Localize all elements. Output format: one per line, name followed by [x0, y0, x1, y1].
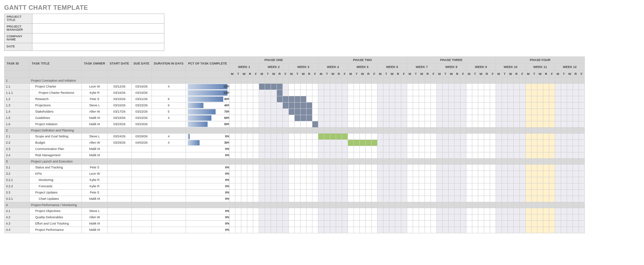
- timeline-cell[interactable]: [519, 214, 525, 220]
- timeline-cell[interactable]: [561, 164, 567, 171]
- timeline-cell[interactable]: [407, 202, 413, 208]
- timeline-cell[interactable]: [466, 177, 472, 183]
- timeline-cell[interactable]: [253, 202, 259, 208]
- timeline-cell[interactable]: [377, 108, 383, 115]
- timeline-cell[interactable]: [259, 139, 265, 146]
- timeline-cell[interactable]: [348, 196, 354, 202]
- timeline-cell[interactable]: [454, 152, 460, 158]
- timeline-cell[interactable]: [555, 102, 561, 108]
- timeline-cell[interactable]: [371, 90, 377, 96]
- timeline-cell[interactable]: [525, 121, 531, 127]
- timeline-cell[interactable]: [425, 102, 430, 108]
- timeline-cell[interactable]: [288, 177, 294, 183]
- start-date-cell[interactable]: [107, 202, 131, 208]
- timeline-cell[interactable]: [383, 133, 389, 139]
- task-owner-cell[interactable]: Malik M: [82, 220, 108, 227]
- timeline-cell[interactable]: [561, 171, 567, 177]
- timeline-cell[interactable]: [460, 189, 466, 196]
- timeline-cell[interactable]: [306, 121, 312, 127]
- timeline-cell[interactable]: [401, 139, 407, 146]
- timeline-cell[interactable]: [579, 83, 584, 90]
- timeline-cell[interactable]: [265, 208, 271, 214]
- due-date-cell[interactable]: [131, 177, 152, 183]
- duration-cell[interactable]: [152, 214, 186, 220]
- timeline-cell[interactable]: [460, 115, 466, 121]
- timeline-cell[interactable]: [354, 127, 359, 133]
- timeline-cell[interactable]: [425, 196, 430, 202]
- timeline-cell[interactable]: [484, 83, 490, 90]
- timeline-cell[interactable]: [573, 208, 579, 214]
- timeline-cell[interactable]: [425, 189, 430, 196]
- timeline-cell[interactable]: [247, 177, 253, 183]
- timeline-cell[interactable]: [259, 127, 265, 133]
- timeline-cell[interactable]: [425, 133, 430, 139]
- timeline-cell[interactable]: [348, 208, 354, 214]
- timeline-cell[interactable]: [419, 139, 425, 146]
- timeline-cell[interactable]: [348, 164, 354, 171]
- timeline-cell[interactable]: [312, 227, 318, 233]
- timeline-cell[interactable]: [519, 139, 525, 146]
- timeline-cell[interactable]: [229, 121, 235, 127]
- timeline-cell[interactable]: [525, 183, 531, 189]
- timeline-cell[interactable]: [454, 121, 460, 127]
- timeline-cell[interactable]: [460, 227, 466, 233]
- timeline-cell[interactable]: [229, 108, 235, 115]
- timeline-cell[interactable]: [507, 133, 513, 139]
- timeline-cell[interactable]: [288, 83, 294, 90]
- timeline-cell[interactable]: [235, 133, 241, 139]
- timeline-cell[interactable]: [537, 220, 543, 227]
- timeline-cell[interactable]: [365, 183, 371, 189]
- timeline-cell[interactable]: [496, 158, 502, 164]
- timeline-cell[interactable]: [365, 227, 371, 233]
- timeline-cell[interactable]: [401, 227, 407, 233]
- task-owner-cell[interactable]: Malik M: [82, 196, 108, 202]
- timeline-cell[interactable]: [490, 158, 496, 164]
- timeline-cell[interactable]: [371, 139, 377, 146]
- timeline-cell[interactable]: [579, 146, 584, 152]
- timeline-cell[interactable]: [407, 121, 413, 127]
- timeline-cell[interactable]: [573, 133, 579, 139]
- timeline-cell[interactable]: [430, 177, 436, 183]
- task-id-cell[interactable]: 4.4: [5, 227, 30, 233]
- pct-complete-cell[interactable]: 0%: [186, 227, 229, 233]
- timeline-cell[interactable]: [407, 183, 413, 189]
- timeline-cell[interactable]: [229, 227, 235, 233]
- timeline-cell[interactable]: [395, 164, 401, 171]
- pct-complete-cell[interactable]: [186, 158, 229, 164]
- timeline-cell[interactable]: [531, 214, 537, 220]
- timeline-cell[interactable]: [525, 127, 531, 133]
- timeline-cell[interactable]: [419, 133, 425, 139]
- timeline-cell[interactable]: [271, 177, 277, 183]
- timeline-cell[interactable]: [371, 77, 377, 83]
- timeline-cell[interactable]: [354, 171, 359, 177]
- duration-cell[interactable]: [152, 171, 186, 177]
- timeline-cell[interactable]: [354, 214, 359, 220]
- task-title-cell[interactable]: Research: [30, 96, 82, 102]
- timeline-cell[interactable]: [383, 152, 389, 158]
- start-date-cell[interactable]: 03/15/26: [107, 96, 131, 102]
- timeline-cell[interactable]: [282, 139, 288, 146]
- timeline-cell[interactable]: [383, 77, 389, 83]
- start-date-cell[interactable]: [107, 189, 131, 196]
- timeline-cell[interactable]: [336, 127, 342, 133]
- timeline-cell[interactable]: [365, 133, 371, 139]
- timeline-cell[interactable]: [259, 189, 265, 196]
- task-id-cell[interactable]: 1.4: [5, 108, 30, 115]
- timeline-cell[interactable]: [460, 121, 466, 127]
- timeline-cell[interactable]: [478, 196, 484, 202]
- timeline-cell[interactable]: [271, 183, 277, 189]
- timeline-cell[interactable]: [531, 152, 537, 158]
- due-date-cell[interactable]: 03/16/26: [131, 83, 152, 90]
- timeline-cell[interactable]: [436, 139, 442, 146]
- timeline-cell[interactable]: [430, 139, 436, 146]
- timeline-cell[interactable]: [579, 189, 584, 196]
- task-owner-cell[interactable]: Kylie R: [82, 177, 108, 183]
- timeline-cell[interactable]: [229, 158, 235, 164]
- timeline-cell[interactable]: [579, 77, 584, 83]
- timeline-cell[interactable]: [371, 164, 377, 171]
- timeline-cell[interactable]: [318, 96, 324, 102]
- pct-complete-cell[interactable]: [186, 127, 229, 133]
- pct-complete-cell[interactable]: 0%: [186, 208, 229, 214]
- timeline-cell[interactable]: [282, 214, 288, 220]
- timeline-cell[interactable]: [371, 102, 377, 108]
